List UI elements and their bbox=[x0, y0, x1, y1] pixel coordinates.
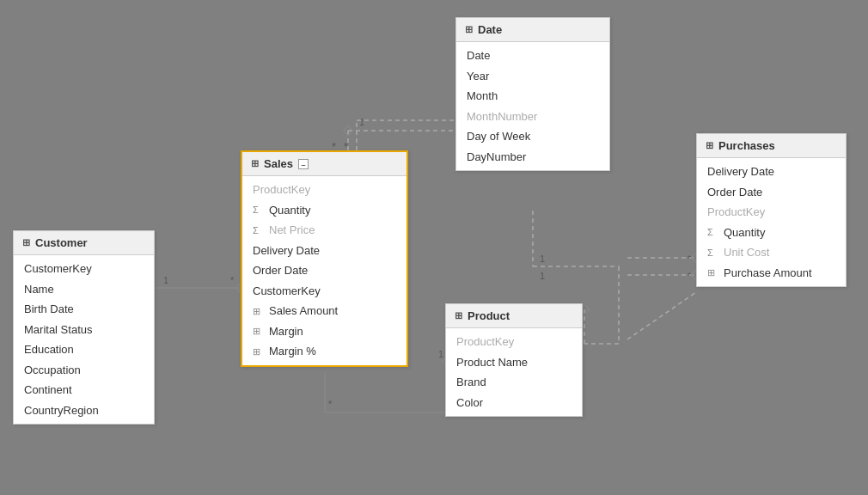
list-item: ProductKey bbox=[697, 202, 846, 223]
table-mini-icon: ⊞ bbox=[253, 345, 265, 359]
customer-field-name: Name bbox=[24, 281, 54, 298]
customer-field-countryregion: CountryRegion bbox=[24, 402, 99, 419]
list-item: Σ Unit Cost bbox=[697, 242, 846, 263]
list-item: ProductKey bbox=[242, 180, 406, 200]
purchases-table-body: Delivery Date Order Date ProductKey Σ Qu… bbox=[697, 158, 846, 286]
list-item: ⊞ Margin % bbox=[242, 341, 406, 362]
list-item: CustomerKey bbox=[14, 259, 154, 279]
sales-field-netprice: Net Price bbox=[269, 222, 315, 239]
sigma-icon: Σ bbox=[707, 225, 719, 240]
svg-text:1: 1 bbox=[163, 275, 168, 285]
table-icon-product: ⊞ bbox=[455, 310, 462, 321]
svg-text:1: 1 bbox=[438, 349, 443, 359]
sigma-icon: Σ bbox=[253, 203, 265, 217]
product-field-productname: Product Name bbox=[456, 354, 528, 371]
purchases-table-header: ⊞ Purchases bbox=[697, 134, 846, 158]
purchases-table-title: Purchases bbox=[718, 139, 775, 152]
sales-field-productkey: ProductKey bbox=[253, 181, 310, 199]
list-item: Product Name bbox=[446, 352, 582, 373]
sales-field-quantity: Quantity bbox=[269, 202, 310, 219]
sales-field-customerkey: CustomerKey bbox=[253, 283, 321, 300]
date-field-year: Year bbox=[467, 68, 489, 85]
product-field-color: Color bbox=[456, 394, 483, 412]
product-table-title: Product bbox=[468, 309, 510, 322]
customer-field-continent: Continent bbox=[24, 382, 72, 399]
svg-text:*: * bbox=[230, 275, 235, 285]
svg-rect-3 bbox=[343, 125, 352, 135]
svg-text:1: 1 bbox=[359, 117, 364, 127]
list-item: Name bbox=[14, 279, 154, 300]
list-item: Order Date bbox=[697, 182, 846, 203]
svg-text:1: 1 bbox=[540, 254, 545, 264]
list-item: ProductKey bbox=[446, 332, 582, 352]
list-item: CustomerKey bbox=[242, 281, 406, 302]
date-field-daynumber: DayNumber bbox=[467, 149, 526, 166]
svg-text:*: * bbox=[688, 254, 692, 264]
date-field-month: Month bbox=[467, 88, 498, 105]
list-item: Brand bbox=[446, 372, 582, 393]
table-icon-date: ⊞ bbox=[465, 24, 473, 35]
list-item: Order Date bbox=[242, 260, 406, 281]
svg-text:*: * bbox=[688, 271, 692, 281]
product-field-brand: Brand bbox=[456, 374, 486, 391]
date-field-monthnumber: MonthNumber bbox=[467, 108, 537, 125]
date-table-title: Date bbox=[478, 23, 502, 36]
date-field-dayofweek: Day of Week bbox=[467, 128, 530, 145]
list-item: Education bbox=[14, 339, 154, 360]
purchases-field-quantity: Quantity bbox=[724, 224, 765, 241]
list-item: Color bbox=[446, 393, 582, 413]
purchases-table: ⊞ Purchases Delivery Date Order Date Pro… bbox=[696, 133, 847, 287]
table-mini-icon: ⊞ bbox=[253, 304, 265, 319]
customer-table-title: Customer bbox=[35, 236, 88, 249]
list-item: ⊞ Purchase Amount bbox=[697, 263, 846, 284]
table-icon-purchases: ⊞ bbox=[706, 140, 713, 151]
list-item: Year bbox=[456, 66, 609, 87]
list-item: ⊞ Sales Amount bbox=[242, 301, 406, 321]
list-item: Marital Status bbox=[14, 320, 154, 340]
list-item: Σ Quantity bbox=[697, 223, 846, 243]
list-item: Σ Quantity bbox=[242, 200, 406, 221]
sales-table-body: ProductKey Σ Quantity Σ Net Price Delive… bbox=[242, 176, 406, 365]
list-item: DayNumber bbox=[456, 147, 609, 168]
purchases-field-unitcost: Unit Cost bbox=[724, 244, 769, 261]
svg-text:*: * bbox=[328, 399, 333, 409]
customer-table: ⊞ Customer CustomerKey Name Birth Date M… bbox=[13, 230, 155, 425]
purchases-field-productkey: ProductKey bbox=[707, 204, 765, 221]
sigma-icon: Σ bbox=[707, 246, 719, 260]
sales-field-margin: Margin bbox=[269, 323, 303, 340]
purchases-field-deliverydate: Delivery Date bbox=[707, 163, 774, 180]
date-table-body: Date Year Month MonthNumber Day of Week … bbox=[456, 42, 609, 170]
list-item: Continent bbox=[14, 380, 154, 400]
table-mini-icon: ⊞ bbox=[707, 266, 719, 280]
collapse-icon[interactable]: – bbox=[298, 159, 309, 169]
sales-field-orderdate: Order Date bbox=[253, 262, 308, 279]
table-icon-sales: ⊞ bbox=[251, 158, 259, 169]
customer-field-maritalstatus: Marital Status bbox=[24, 321, 92, 339]
table-mini-icon: ⊞ bbox=[253, 324, 265, 339]
date-table: ⊞ Date Date Year Month MonthNumber Day o… bbox=[455, 17, 610, 171]
sales-table-header: ⊞ Sales – bbox=[242, 152, 406, 176]
svg-text:1: 1 bbox=[540, 271, 545, 281]
date-field-date: Date bbox=[467, 47, 490, 64]
customer-field-birthdate: Birth Date bbox=[24, 301, 74, 318]
customer-table-header: ⊞ Customer bbox=[14, 231, 154, 255]
sales-field-deliverydate: Delivery Date bbox=[253, 242, 320, 260]
sales-field-salesamount: Sales Amount bbox=[269, 302, 338, 320]
svg-line-34 bbox=[627, 292, 696, 339]
sales-table: ⊞ Sales – ProductKey Σ Quantity Σ Net Pr… bbox=[241, 150, 408, 367]
product-table-body: ProductKey Product Name Brand Color bbox=[446, 328, 582, 416]
list-item: Occupation bbox=[14, 360, 154, 381]
list-item: ⊞ Margin bbox=[242, 321, 406, 342]
purchases-field-purchaseamount: Purchase Amount bbox=[724, 265, 812, 282]
list-item: Birth Date bbox=[14, 299, 154, 320]
list-item: MonthNumber bbox=[456, 107, 609, 127]
customer-field-occupation: Occupation bbox=[24, 362, 81, 379]
table-icon-customer: ⊞ bbox=[22, 237, 30, 248]
product-table-header: ⊞ Product bbox=[446, 304, 582, 328]
customer-field-customerkey: CustomerKey bbox=[24, 260, 92, 278]
sigma-icon: Σ bbox=[253, 223, 265, 238]
list-item: CountryRegion bbox=[14, 400, 154, 421]
list-item: Delivery Date bbox=[697, 162, 846, 182]
product-field-productkey: ProductKey bbox=[456, 333, 514, 351]
purchases-field-orderdate: Order Date bbox=[707, 184, 762, 201]
